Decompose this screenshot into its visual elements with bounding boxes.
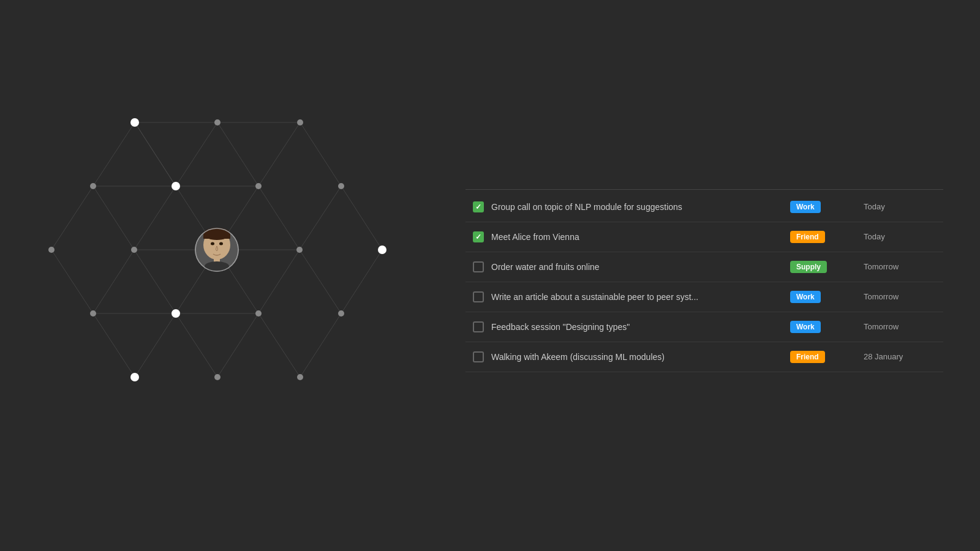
task-tag-badge: Work (790, 291, 821, 303)
svg-line-22 (300, 250, 341, 313)
svg-line-21 (258, 250, 300, 313)
task-tag-cell: Work (783, 321, 856, 333)
task-name-cell: Group call on topic of NLP module for su… (473, 201, 783, 212)
task-tag-badge: Supply (790, 261, 827, 273)
task-table: Group call on topic of NLP module for su… (466, 179, 943, 372)
svg-line-5 (217, 122, 258, 186)
svg-point-51 (255, 310, 262, 317)
svg-line-15 (341, 186, 382, 250)
svg-line-9 (93, 186, 134, 250)
task-name-text: Meet Alice from Vienna (491, 232, 579, 242)
task-tag-badge: Friend (790, 231, 825, 243)
svg-line-6 (258, 122, 300, 186)
task-name-text: Walking with Akeem (discussing ML module… (491, 352, 665, 362)
table-header (466, 179, 943, 190)
task-row[interactable]: Group call on topic of NLP module for su… (466, 192, 943, 222)
svg-line-13 (258, 186, 300, 250)
network-panel (0, 0, 429, 551)
svg-point-39 (378, 246, 386, 254)
svg-line-25 (135, 313, 176, 377)
svg-line-17 (93, 250, 134, 313)
svg-line-4 (176, 122, 217, 186)
svg-line-18 (134, 250, 176, 313)
svg-point-59 (211, 242, 214, 246)
svg-line-16 (51, 250, 93, 313)
svg-point-43 (297, 119, 303, 126)
svg-point-60 (219, 242, 223, 246)
task-name-text: Order water and fruits online (491, 262, 600, 272)
task-row[interactable]: Order water and fruits online Supply Tom… (466, 252, 943, 282)
svg-point-53 (214, 374, 221, 380)
svg-point-49 (296, 247, 303, 253)
svg-line-27 (217, 313, 258, 377)
task-row[interactable]: Meet Alice from Vienna Friend Today (466, 222, 943, 252)
task-name-text: Group call on topic of NLP module for su… (491, 202, 682, 212)
task-name-cell: Order water and fruits online (473, 261, 783, 272)
task-name-cell: Walking with Akeem (discussing ML module… (473, 351, 783, 362)
svg-line-28 (258, 313, 300, 377)
task-tag-badge: Work (790, 201, 821, 213)
task-name-cell: Feedback session "Designing types" (473, 321, 783, 332)
svg-line-23 (341, 250, 382, 313)
task-checkbox[interactable] (473, 201, 484, 212)
task-tag-cell: Work (783, 201, 856, 213)
svg-point-47 (48, 247, 55, 253)
task-date: 28 January (856, 352, 936, 361)
task-tag-cell: Friend (783, 351, 856, 363)
task-date: Today (856, 202, 936, 211)
task-row[interactable]: Feedback session "Designing types" Work … (466, 312, 943, 342)
svg-point-44 (90, 183, 96, 189)
task-tag-badge: Work (790, 321, 821, 333)
svg-line-2 (93, 122, 135, 186)
task-panel: Group call on topic of NLP module for su… (429, 0, 980, 551)
task-checkbox[interactable] (473, 291, 484, 302)
svg-line-24 (93, 313, 135, 377)
task-row[interactable]: Walking with Akeem (discussing ML module… (466, 342, 943, 372)
svg-line-26 (176, 313, 217, 377)
svg-line-8 (51, 186, 93, 250)
task-tag-badge: Friend (790, 351, 825, 363)
svg-point-42 (214, 119, 221, 126)
task-checkbox[interactable] (473, 351, 484, 362)
task-date: Tomorrow (856, 262, 936, 271)
task-checkbox[interactable] (473, 321, 484, 332)
task-name-text: Feedback session "Designing types" (491, 322, 630, 332)
task-rows-container: Group call on topic of NLP module for su… (466, 192, 943, 372)
svg-line-14 (300, 186, 341, 250)
task-name-text: Write an article about a sustainable pee… (491, 292, 698, 302)
svg-point-37 (130, 118, 139, 127)
task-date: Today (856, 232, 936, 241)
svg-line-29 (300, 313, 341, 377)
task-tag-cell: Friend (783, 231, 856, 243)
network-graph (0, 0, 429, 551)
svg-rect-61 (214, 257, 220, 262)
task-tag-cell: Work (783, 291, 856, 303)
svg-point-48 (131, 247, 137, 253)
task-name-cell: Write an article about a sustainable pee… (473, 291, 783, 302)
svg-point-46 (338, 183, 344, 189)
svg-point-40 (172, 309, 180, 318)
svg-point-41 (130, 373, 139, 381)
task-checkbox[interactable] (473, 261, 484, 272)
svg-point-45 (255, 183, 262, 189)
task-name-cell: Meet Alice from Vienna (473, 231, 783, 242)
svg-line-10 (134, 186, 176, 250)
svg-point-54 (297, 374, 303, 380)
task-row[interactable]: Write an article about a sustainable pee… (466, 282, 943, 312)
svg-point-38 (172, 182, 180, 190)
svg-point-52 (338, 310, 344, 317)
task-checkbox[interactable] (473, 231, 484, 242)
task-tag-cell: Supply (783, 261, 856, 273)
svg-line-30 (135, 122, 176, 186)
svg-line-7 (300, 122, 341, 186)
svg-point-50 (90, 310, 96, 317)
task-date: Tomorrow (856, 322, 936, 331)
task-date: Tomorrow (856, 292, 936, 301)
